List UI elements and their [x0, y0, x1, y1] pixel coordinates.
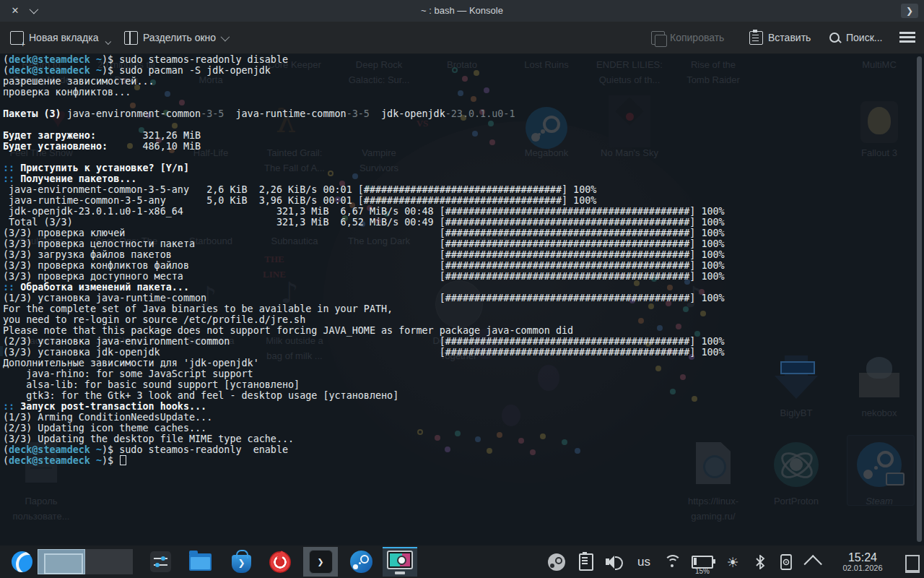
virtual-desktop-1[interactable]	[38, 549, 85, 574]
tray-keyboard-layout[interactable]: us	[632, 545, 655, 578]
split-window-icon	[124, 31, 138, 45]
brightness-sun-icon: ☀	[726, 554, 738, 570]
new-tab-button[interactable]: Новая вкладка	[10, 22, 108, 53]
task-system-settings[interactable]	[143, 547, 178, 577]
titlebar[interactable]: ✕ ~ : bash — Konsole ❯	[0, 0, 924, 22]
show-desktop-button[interactable]	[905, 555, 920, 573]
steam-tray-icon	[548, 553, 565, 571]
taskbar: ❯ us 15% ☀	[0, 545, 924, 578]
keyboard-layout-label: us	[637, 555, 650, 569]
bluetooth-icon	[755, 555, 765, 569]
window-title: ~ : bash — Konsole	[0, 0, 924, 22]
battery-percent-label: 15%	[695, 567, 710, 575]
task-konsole-active[interactable]: ❯	[303, 547, 338, 577]
chevron-right-icon[interactable]: ❯	[901, 4, 918, 18]
tray-battery[interactable]: 15%	[689, 545, 716, 578]
search-button[interactable]: Поиск...	[829, 22, 882, 53]
paste-button[interactable]: Вставить	[749, 22, 811, 53]
volume-icon	[606, 554, 624, 570]
tray-volume[interactable]	[603, 545, 627, 578]
paste-icon	[749, 31, 763, 45]
screen: ♥ λ ♪ ♪ ♪ Return toGaming Mode20 minutes…	[0, 0, 924, 578]
tray-kdeconnect[interactable]	[775, 545, 797, 578]
tray-brightness[interactable]: ☀	[720, 545, 745, 578]
toolbar: Новая вкладка Разделить окно Копировать …	[0, 22, 924, 54]
tray-bluetooth[interactable]	[751, 545, 770, 578]
search-label: Поиск...	[846, 32, 882, 43]
new-tab-label: Новая вкладка	[29, 32, 99, 43]
new-tab-icon	[10, 31, 24, 45]
tray-wifi[interactable]	[661, 545, 684, 578]
task-steam[interactable]	[344, 547, 378, 577]
steam-icon	[350, 551, 372, 573]
copy-button[interactable]: Копировать	[653, 22, 724, 53]
clipboard-icon	[579, 553, 593, 571]
dolphin-folder-icon	[189, 553, 212, 571]
chevron-up-icon	[803, 555, 821, 573]
konsole-icon: ❯	[309, 550, 333, 574]
discover-icon	[232, 555, 251, 573]
system-settings-icon	[150, 551, 171, 572]
hamburger-menu-icon[interactable]	[899, 32, 915, 34]
clock[interactable]: 15:24 02.01.2026	[832, 545, 894, 578]
split-window-label: Разделить окно	[143, 32, 216, 43]
task-red-browser[interactable]	[263, 547, 297, 577]
task-discover[interactable]	[224, 547, 258, 577]
spectacle-icon	[387, 551, 413, 569]
tray-expand[interactable]	[803, 545, 827, 578]
search-icon	[829, 32, 841, 44]
terminal-output[interactable]: (deck@steamdeck ~)$ sudo steamos-readonl…	[3, 54, 725, 466]
clock-date: 02.01.2026	[842, 564, 882, 573]
copy-icon	[651, 31, 665, 45]
phone-gear-icon	[780, 554, 792, 570]
virtual-desktop-pager[interactable]	[38, 549, 133, 574]
copy-label: Копировать	[670, 32, 724, 43]
task-spectacle[interactable]	[383, 547, 417, 577]
virtual-desktop-2[interactable]	[85, 549, 133, 574]
wifi-icon	[663, 555, 682, 569]
split-window-button[interactable]: Разделить окно	[124, 22, 227, 53]
terminal-scrollbar[interactable]	[917, 56, 922, 542]
app-launcher-button[interactable]	[12, 551, 32, 572]
red-browser-icon	[269, 551, 291, 573]
chevron-down-icon	[105, 38, 110, 44]
task-dolphin[interactable]	[183, 547, 217, 577]
tray-clipboard[interactable]	[576, 545, 596, 578]
clock-time: 15:24	[848, 551, 877, 564]
tray-steam[interactable]	[546, 545, 567, 578]
chevron-down-icon	[221, 32, 230, 41]
paste-label: Вставить	[768, 32, 811, 43]
battery-icon	[692, 556, 713, 569]
